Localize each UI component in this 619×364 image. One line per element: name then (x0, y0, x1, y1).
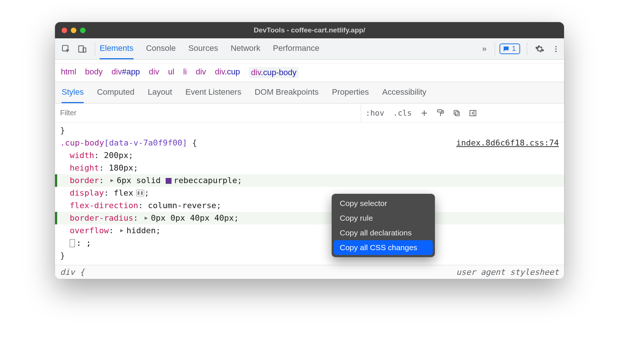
crumb[interactable]: html (61, 67, 76, 78)
crumb[interactable]: div (196, 67, 206, 78)
rule-header[interactable]: .cup-body[data-v-7a0f9f00] { index.8d6c6… (55, 137, 564, 149)
flex-editor-icon[interactable] (136, 190, 144, 196)
crumb[interactable]: div (149, 67, 159, 78)
crumb[interactable]: div#app (111, 67, 140, 78)
divider (527, 42, 527, 56)
issues-badge[interactable]: 1 (499, 43, 520, 54)
styles-rule-block: } .cup-body[data-v-7a0f9f00] { index.8d6… (55, 123, 564, 265)
rule-close-prev: } (55, 124, 564, 137)
computed-sidebar-icon[interactable] (465, 104, 481, 122)
ua-label: user agent stylesheet (456, 267, 559, 277)
close-window-button[interactable] (62, 28, 67, 33)
subtab-accessibility[interactable]: Accessibility (382, 82, 426, 103)
subtab-layout[interactable]: Layout (148, 82, 172, 103)
declaration[interactable]: width: 200px; (55, 149, 564, 162)
paint-format-icon[interactable] (432, 104, 449, 122)
inspect-element-icon[interactable] (59, 42, 73, 56)
declaration[interactable]: display: flex; (55, 187, 564, 199)
tab-network[interactable]: Network (231, 38, 260, 59)
ctx-copy-all-declarations[interactable]: Copy all declarations (334, 225, 433, 240)
tab-console[interactable]: Console (146, 38, 176, 59)
zoom-window-button[interactable] (80, 28, 86, 33)
window-title: DevTools - coffee-cart.netlify.app/ (55, 26, 564, 34)
tab-performance[interactable]: Performance (273, 38, 319, 59)
divider (95, 42, 95, 56)
main-tabs: Elements Console Sources Network Perform… (100, 38, 319, 59)
minimize-window-button[interactable] (71, 28, 76, 33)
window-controls (62, 28, 86, 33)
svg-point-5 (555, 50, 557, 52)
tab-sources[interactable]: Sources (188, 38, 218, 59)
new-style-rule-icon[interactable] (416, 104, 432, 122)
ctx-copy-rule[interactable]: Copy rule (334, 211, 433, 225)
crumb[interactable]: li (183, 67, 187, 78)
svg-point-4 (555, 48, 557, 50)
svg-point-3 (555, 46, 557, 47)
cls-toggle[interactable]: .cls (389, 104, 416, 122)
dom-breadcrumb: html body div#app div ul li div div.cup … (55, 63, 564, 82)
more-tabs-icon[interactable]: » (478, 44, 490, 54)
styles-filter-input[interactable] (55, 104, 361, 122)
ctx-copy-all-css-changes[interactable]: Copy all CSS changes (334, 240, 433, 255)
declaration[interactable]: overflow: ▸hidden; (55, 224, 564, 237)
subtab-event-listeners[interactable]: Event Listeners (186, 82, 242, 103)
subtab-styles[interactable]: Styles (62, 82, 84, 103)
declaration[interactable]: border: ▸6px solid rebeccapurple; (55, 174, 564, 187)
kebab-menu-icon[interactable] (549, 42, 563, 56)
declaration[interactable]: border-radius: ▸0px 0px 40px 40px; (55, 212, 564, 224)
svg-rect-6 (438, 110, 442, 112)
devtools-window: DevTools - coffee-cart.netlify.app/ Elem… (55, 22, 564, 279)
crumb[interactable]: div.cup (215, 67, 240, 78)
titlebar: DevTools - coffee-cart.netlify.app/ (55, 22, 564, 38)
settings-gear-icon[interactable] (532, 42, 547, 56)
device-toolbar-icon[interactable] (75, 42, 90, 56)
source-link[interactable]: index.8d6c6f18.css:74 (456, 137, 559, 149)
styles-filter-bar: :hov .cls (55, 104, 564, 123)
crumb[interactable]: body (85, 67, 103, 78)
crumb[interactable]: ul (168, 67, 174, 78)
main-tabbar: Elements Console Sources Network Perform… (55, 38, 564, 60)
edit-tail[interactable]: : ; (55, 237, 564, 249)
svg-rect-7 (455, 112, 459, 116)
subtab-dom-breakpoints[interactable]: DOM Breakpoints (255, 82, 319, 103)
ua-selector: div { (60, 267, 84, 277)
declaration[interactable]: flex-direction: column-reverse; (55, 199, 564, 212)
subtab-properties[interactable]: Properties (332, 82, 369, 103)
crumb-selected[interactable]: div.cup-body (249, 67, 299, 78)
svg-rect-8 (454, 110, 458, 114)
styles-subtabs: Styles Computed Layout Event Listeners D… (55, 82, 564, 104)
dom-tree-peek (55, 60, 564, 63)
issues-count: 1 (512, 45, 516, 53)
copy-icon[interactable] (449, 104, 465, 122)
divider (495, 42, 495, 56)
rule-close: } (55, 249, 564, 262)
subtab-computed[interactable]: Computed (97, 82, 135, 103)
context-menu: Copy selector Copy rule Copy all declara… (332, 194, 435, 257)
hov-toggle[interactable]: :hov (361, 104, 389, 122)
declaration[interactable]: height: 180px; (55, 162, 564, 174)
user-agent-rule: div { user agent stylesheet (55, 265, 564, 279)
tab-elements[interactable]: Elements (100, 38, 134, 59)
ctx-copy-selector[interactable]: Copy selector (334, 196, 433, 211)
